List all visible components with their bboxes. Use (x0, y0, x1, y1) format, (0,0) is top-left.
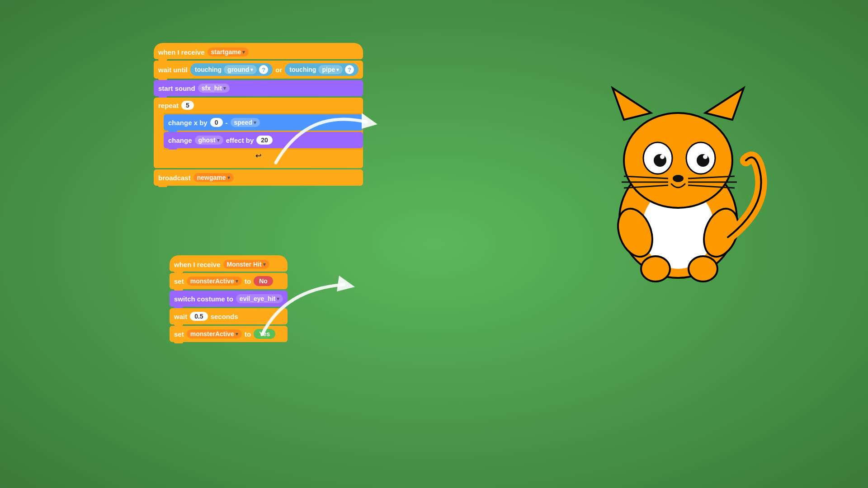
svg-point-11 (654, 154, 666, 167)
yes-pill: Yes (254, 329, 275, 339)
change-x-value1[interactable]: 0 (210, 118, 223, 127)
repeat-refresh-row: ↩ (154, 150, 363, 162)
monster-hit-dropdown[interactable]: Monster Hit (223, 260, 269, 269)
svg-point-12 (697, 154, 709, 167)
set-label-2: set (174, 330, 184, 338)
repeat-foot (154, 162, 363, 168)
sfx-hit-dropdown[interactable]: sfx_hit (198, 84, 230, 93)
svg-point-13 (660, 155, 665, 159)
touching-pipe-bool: touching pipe ? (285, 63, 359, 76)
wait-seconds-block[interactable]: wait 0.5 seconds (170, 308, 288, 324)
startgame-dropdown[interactable]: startgame (208, 47, 249, 56)
effect-by-label: effect by (226, 136, 254, 144)
broadcast-label: broadcast (158, 174, 191, 182)
switch-costume-block[interactable]: switch costume to evil_eye_hit (170, 291, 288, 307)
svg-marker-0 (362, 113, 377, 129)
when-receive-label: when I receive (158, 48, 205, 56)
repeat-top[interactable]: repeat 5 (154, 98, 363, 113)
set-monster-no-block[interactable]: set monsterActive to No (170, 273, 288, 289)
refresh-icon: ↩ (255, 151, 261, 160)
q-mark-2: ? (345, 65, 354, 74)
no-pill: No (254, 276, 273, 286)
svg-marker-1 (337, 276, 355, 291)
stack-1: when I receive startgame wait until touc… (154, 43, 363, 186)
speed-dropdown[interactable]: speed (231, 118, 260, 127)
when-receive-monster-label: when I receive (174, 261, 221, 268)
or-label: or (275, 66, 282, 74)
to-label-1: to (245, 277, 251, 285)
svg-point-4 (624, 113, 732, 208)
broadcast-block[interactable]: broadcast newgame (154, 169, 363, 186)
svg-point-14 (703, 155, 708, 159)
scratch-cat (588, 68, 769, 294)
monster-active-dropdown-2[interactable]: monsterActive (187, 329, 242, 338)
set-monster-yes-block[interactable]: set monsterActive to Yes (170, 326, 288, 342)
to-label-2: to (245, 330, 251, 338)
repeat-label: repeat (158, 102, 179, 109)
touching-label-1: touching (195, 66, 222, 73)
ghost-value[interactable]: 20 (256, 136, 273, 145)
change-label: change (168, 136, 192, 144)
newgame-dropdown[interactable]: newgame (193, 173, 234, 182)
set-label-1: set (174, 277, 184, 285)
change-x-block[interactable]: change x by 0 - speed (164, 114, 363, 131)
start-sound-block[interactable]: start sound sfx_hit (154, 80, 363, 96)
repeat-value[interactable]: 5 (181, 101, 194, 110)
evil-eye-dropdown[interactable]: evil_eye_hit (236, 294, 283, 303)
when-receive-monster-block[interactable]: when I receive Monster Hit (170, 255, 288, 272)
switch-costume-label: switch costume to (174, 295, 233, 303)
start-sound-label: start sound (158, 84, 195, 92)
repeat-body: change x by 0 - speed change ghost effec… (164, 113, 363, 150)
q-mark-1: ? (259, 65, 268, 74)
svg-point-25 (689, 256, 717, 282)
wait-value[interactable]: 0.5 (190, 312, 208, 321)
svg-point-24 (641, 256, 670, 282)
stack-2: when I receive Monster Hit set monsterAc… (170, 255, 288, 342)
wait-label: wait (174, 313, 187, 320)
repeat-block: repeat 5 change x by 0 - speed change gh… (154, 98, 363, 168)
seconds-label: seconds (211, 313, 238, 320)
svg-point-15 (673, 175, 684, 182)
wait-until-label: wait until (158, 66, 188, 74)
ground-dropdown[interactable]: ground (224, 65, 257, 74)
change-ghost-block[interactable]: change ghost effect by 20 (164, 132, 363, 148)
wait-until-block[interactable]: wait until touching ground ? or touching… (154, 61, 363, 79)
touching-label-2: touching (289, 66, 316, 73)
when-receive-block[interactable]: when I receive startgame (154, 43, 363, 59)
ghost-dropdown[interactable]: ghost (195, 136, 223, 145)
minus-label: - (226, 119, 228, 127)
pipe-dropdown[interactable]: pipe (318, 65, 343, 74)
touching-ground-bool: touching ground ? (190, 63, 273, 76)
monster-active-dropdown-1[interactable]: monsterActive (187, 277, 242, 286)
change-x-label: change x by (168, 119, 208, 127)
